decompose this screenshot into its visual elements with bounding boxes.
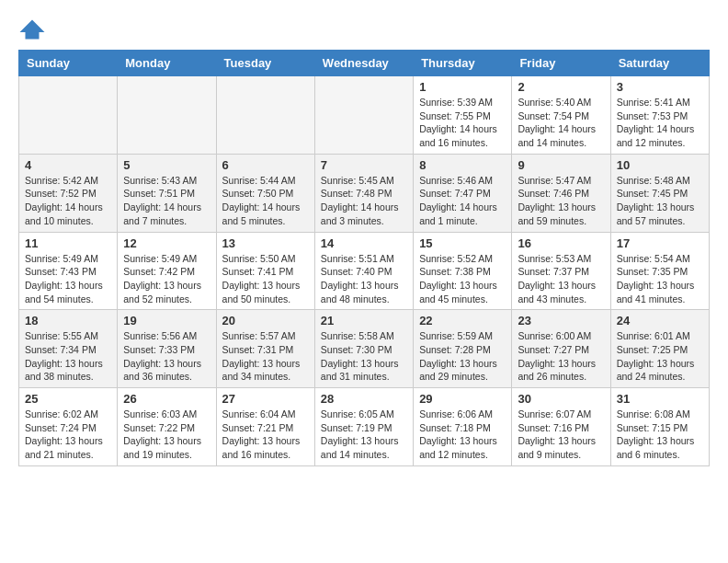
day-number: 23 — [518, 314, 604, 327]
day-info: Sunrise: 5:42 AMSunset: 7:52 PMDaylight:… — [25, 174, 111, 228]
day-info: Sunrise: 5:51 AMSunset: 7:40 PMDaylight:… — [321, 252, 407, 306]
header-row: SundayMondayTuesdayWednesdayThursdayFrid… — [19, 51, 710, 76]
day-cell: 20Sunrise: 5:57 AMSunset: 7:31 PMDayligh… — [216, 310, 314, 388]
day-info: Sunrise: 5:49 AMSunset: 7:43 PMDaylight:… — [25, 252, 111, 306]
day-number: 18 — [25, 314, 111, 327]
day-cell: 6Sunrise: 5:44 AMSunset: 7:50 PMDaylight… — [216, 154, 314, 232]
day-info: Sunrise: 6:06 AMSunset: 7:18 PMDaylight:… — [419, 408, 506, 462]
day-info: Sunrise: 6:00 AMSunset: 7:27 PMDaylight:… — [518, 329, 604, 384]
day-number: 26 — [123, 392, 210, 406]
day-info: Sunrise: 5:56 AMSunset: 7:33 PMDaylight:… — [123, 329, 210, 384]
day-number: 13 — [222, 236, 309, 250]
day-info: Sunrise: 5:47 AMSunset: 7:46 PMDaylight:… — [518, 174, 604, 228]
day-info: Sunrise: 5:40 AMSunset: 7:54 PMDaylight:… — [518, 96, 604, 150]
day-cell: 3Sunrise: 5:41 AMSunset: 7:53 PMDaylight… — [610, 76, 709, 155]
day-info: Sunrise: 5:46 AMSunset: 7:47 PMDaylight:… — [419, 174, 506, 228]
day-cell: 27Sunrise: 6:04 AMSunset: 7:21 PMDayligh… — [216, 388, 314, 466]
day-cell: 12Sunrise: 5:49 AMSunset: 7:42 PMDayligh… — [118, 232, 216, 310]
header-cell-tuesday: Tuesday — [216, 51, 314, 76]
day-number: 29 — [419, 392, 506, 406]
header-cell-sunday: Sunday — [19, 51, 118, 76]
day-cell — [314, 76, 413, 155]
day-info: Sunrise: 5:54 AMSunset: 7:35 PMDaylight:… — [617, 252, 703, 306]
day-number: 6 — [222, 158, 309, 172]
day-number: 28 — [321, 392, 407, 406]
day-cell: 7Sunrise: 5:45 AMSunset: 7:48 PMDaylight… — [314, 154, 413, 232]
day-number: 31 — [617, 392, 703, 406]
header-cell-monday: Monday — [118, 51, 216, 76]
day-number: 25 — [25, 392, 111, 406]
day-info: Sunrise: 5:39 AMSunset: 7:55 PMDaylight:… — [419, 96, 506, 150]
day-cell: 29Sunrise: 6:06 AMSunset: 7:18 PMDayligh… — [414, 388, 512, 466]
day-cell: 23Sunrise: 6:00 AMSunset: 7:27 PMDayligh… — [512, 310, 610, 388]
day-cell: 14Sunrise: 5:51 AMSunset: 7:40 PMDayligh… — [314, 232, 413, 310]
week-row-5: 25Sunrise: 6:02 AMSunset: 7:24 PMDayligh… — [19, 388, 710, 466]
day-number: 8 — [419, 158, 506, 172]
day-number: 10 — [617, 158, 703, 172]
week-row-2: 4Sunrise: 5:42 AMSunset: 7:52 PMDaylight… — [19, 154, 710, 232]
day-number: 2 — [518, 80, 604, 94]
day-info: Sunrise: 6:05 AMSunset: 7:19 PMDaylight:… — [321, 408, 407, 462]
day-cell — [118, 76, 216, 155]
day-info: Sunrise: 5:45 AMSunset: 7:48 PMDaylight:… — [321, 174, 407, 228]
day-info: Sunrise: 6:03 AMSunset: 7:22 PMDaylight:… — [123, 408, 210, 462]
day-number: 21 — [321, 314, 407, 327]
day-number: 16 — [518, 236, 604, 250]
day-cell: 13Sunrise: 5:50 AMSunset: 7:41 PMDayligh… — [216, 232, 314, 310]
day-info: Sunrise: 5:50 AMSunset: 7:41 PMDaylight:… — [222, 252, 309, 306]
day-cell: 19Sunrise: 5:56 AMSunset: 7:33 PMDayligh… — [118, 310, 216, 388]
day-cell: 26Sunrise: 6:03 AMSunset: 7:22 PMDayligh… — [118, 388, 216, 466]
day-info: Sunrise: 6:07 AMSunset: 7:16 PMDaylight:… — [518, 408, 604, 462]
day-cell: 16Sunrise: 5:53 AMSunset: 7:37 PMDayligh… — [512, 232, 610, 310]
day-info: Sunrise: 5:43 AMSunset: 7:51 PMDaylight:… — [123, 174, 210, 228]
header-cell-saturday: Saturday — [610, 51, 709, 76]
week-row-1: 1Sunrise: 5:39 AMSunset: 7:55 PMDaylight… — [19, 76, 710, 155]
day-number: 30 — [518, 392, 604, 406]
day-cell: 31Sunrise: 6:08 AMSunset: 7:15 PMDayligh… — [610, 388, 709, 466]
day-cell: 10Sunrise: 5:48 AMSunset: 7:45 PMDayligh… — [610, 154, 709, 232]
day-cell: 4Sunrise: 5:42 AMSunset: 7:52 PMDaylight… — [19, 154, 118, 232]
day-number: 3 — [617, 80, 703, 94]
day-info: Sunrise: 6:01 AMSunset: 7:25 PMDaylight:… — [617, 329, 703, 384]
day-cell: 25Sunrise: 6:02 AMSunset: 7:24 PMDayligh… — [19, 388, 118, 466]
logo-icon — [18, 18, 46, 40]
day-number: 4 — [25, 158, 111, 172]
day-cell: 18Sunrise: 5:55 AMSunset: 7:34 PMDayligh… — [19, 310, 118, 388]
day-cell: 28Sunrise: 6:05 AMSunset: 7:19 PMDayligh… — [314, 388, 413, 466]
page-header — [18, 18, 710, 40]
day-info: Sunrise: 5:57 AMSunset: 7:31 PMDaylight:… — [222, 329, 309, 384]
day-info: Sunrise: 5:48 AMSunset: 7:45 PMDaylight:… — [617, 174, 703, 228]
day-info: Sunrise: 6:02 AMSunset: 7:24 PMDaylight:… — [25, 408, 111, 462]
day-info: Sunrise: 6:08 AMSunset: 7:15 PMDaylight:… — [617, 408, 703, 462]
day-info: Sunrise: 5:53 AMSunset: 7:37 PMDaylight:… — [518, 252, 604, 306]
day-number: 9 — [518, 158, 604, 172]
day-number: 24 — [617, 314, 703, 327]
header-cell-thursday: Thursday — [414, 51, 512, 76]
day-cell: 17Sunrise: 5:54 AMSunset: 7:35 PMDayligh… — [610, 232, 709, 310]
day-number: 17 — [617, 236, 703, 250]
day-info: Sunrise: 5:59 AMSunset: 7:28 PMDaylight:… — [419, 329, 506, 384]
logo — [18, 18, 50, 40]
day-number: 14 — [321, 236, 407, 250]
day-cell: 5Sunrise: 5:43 AMSunset: 7:51 PMDaylight… — [118, 154, 216, 232]
calendar-table: SundayMondayTuesdayWednesdayThursdayFrid… — [18, 50, 710, 466]
day-info: Sunrise: 5:44 AMSunset: 7:50 PMDaylight:… — [222, 174, 309, 228]
day-cell — [19, 76, 118, 155]
day-cell — [216, 76, 314, 155]
day-number: 20 — [222, 314, 309, 327]
day-cell: 30Sunrise: 6:07 AMSunset: 7:16 PMDayligh… — [512, 388, 610, 466]
day-cell: 11Sunrise: 5:49 AMSunset: 7:43 PMDayligh… — [19, 232, 118, 310]
week-row-3: 11Sunrise: 5:49 AMSunset: 7:43 PMDayligh… — [19, 232, 710, 310]
day-number: 5 — [123, 158, 210, 172]
day-number: 12 — [123, 236, 210, 250]
day-number: 19 — [123, 314, 210, 327]
day-number: 27 — [222, 392, 309, 406]
day-number: 7 — [321, 158, 407, 172]
day-cell: 21Sunrise: 5:58 AMSunset: 7:30 PMDayligh… — [314, 310, 413, 388]
day-cell: 9Sunrise: 5:47 AMSunset: 7:46 PMDaylight… — [512, 154, 610, 232]
day-info: Sunrise: 5:52 AMSunset: 7:38 PMDaylight:… — [419, 252, 506, 306]
day-number: 1 — [419, 80, 506, 94]
day-info: Sunrise: 6:04 AMSunset: 7:21 PMDaylight:… — [222, 408, 309, 462]
header-cell-wednesday: Wednesday — [314, 51, 413, 76]
svg-marker-0 — [20, 20, 45, 40]
